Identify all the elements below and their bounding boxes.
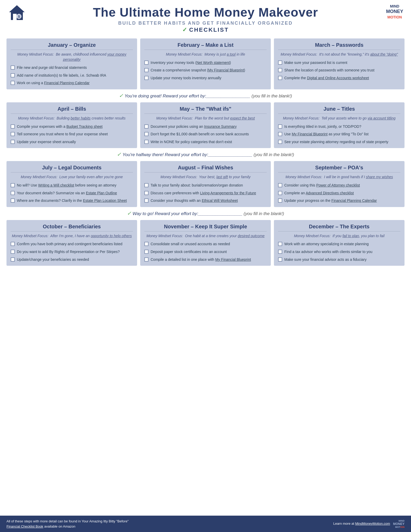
list-item: Consolidate small or unused accounts as … — [144, 242, 267, 247]
checkbox[interactable] — [278, 76, 282, 80]
month-row-3: July – Legal Documents Money Mindset Foc… — [6, 161, 405, 207]
january-items: File new and purge old financial stateme… — [11, 65, 133, 86]
october-mindset: Money Mindset Focus: After I'm gone, I h… — [11, 234, 133, 239]
checkbox[interactable] — [144, 191, 149, 195]
checkbox[interactable] — [11, 242, 15, 246]
august-title: August – Final Wishes — [144, 165, 267, 172]
september-mindset: Money Mindset Focus: I will be in good h… — [278, 175, 400, 180]
checkbox[interactable] — [144, 250, 149, 254]
july-mindset: Money Mindset Focus: Love your family ev… — [11, 175, 133, 180]
checkbox[interactable] — [11, 191, 15, 195]
checkbox[interactable] — [144, 183, 149, 187]
checkbox[interactable] — [278, 250, 282, 254]
checkbox[interactable] — [278, 242, 282, 246]
checkbox[interactable] — [144, 198, 149, 203]
check-icon: ✓ — [182, 26, 188, 33]
checkbox[interactable] — [11, 183, 15, 187]
september-card: September – POA's Money Mindset Focus: I… — [274, 161, 405, 207]
checkbox[interactable] — [278, 140, 282, 144]
april-mindset: Money Mindset Focus: Building better hab… — [11, 116, 133, 121]
list-item: Update your expense sheet annually — [11, 139, 133, 145]
october-items: Confirm you have both primary and contin… — [11, 242, 133, 262]
list-item: Is everything titled in trust, jointly, … — [278, 124, 400, 129]
checkbox[interactable] — [144, 124, 149, 129]
february-mindset: Money Mindset Focus: Money is just a too… — [144, 52, 267, 57]
checkbox[interactable] — [11, 124, 15, 129]
checkbox[interactable] — [11, 132, 15, 136]
list-item: Share the location of passwords with som… — [278, 68, 400, 73]
checkbox[interactable] — [144, 257, 149, 262]
list-item: Add name of institution(s) to file label… — [11, 73, 133, 78]
checkbox[interactable] — [11, 140, 15, 144]
march-items: Make sure your password list is current … — [278, 60, 400, 81]
june-card: June – Titles Money Mindset Focus: Tell … — [274, 102, 405, 148]
may-card: May – The "What ifs" Money Mindset Focus… — [140, 102, 271, 148]
svg-text:$: $ — [18, 15, 20, 18]
list-item: Create a comprehensive snapshot (My Fina… — [144, 68, 267, 73]
logo-mind: MIND — [386, 4, 403, 9]
checkbox[interactable] — [144, 68, 149, 72]
june-items: Is everything titled in trust, jointly, … — [278, 124, 400, 145]
list-item: File new and purge old financial stateme… — [11, 65, 133, 70]
main-content: January – Organize Money Mindset Focus: … — [0, 36, 411, 516]
checkbox[interactable] — [144, 61, 149, 65]
checkbox[interactable] — [11, 257, 15, 262]
checkbox[interactable] — [278, 191, 282, 195]
list-item: Use My Financial Blueprint as your titli… — [278, 132, 400, 137]
footer: All of these steps with more detail can … — [0, 516, 411, 532]
list-item: Discuss care preferences with Living Arr… — [144, 191, 267, 196]
checkbox[interactable] — [11, 198, 15, 203]
list-item: Tell someone you trust where to find you… — [11, 132, 133, 137]
list-item: No will? Use Writing a Will checklist be… — [11, 183, 133, 188]
checkbox[interactable] — [144, 242, 149, 246]
checkbox[interactable] — [11, 81, 15, 85]
list-item: Update your money tools inventory annual… — [144, 76, 267, 81]
footer-left: All of these steps with more detail can … — [6, 519, 136, 529]
december-title: December – The Experts — [278, 224, 400, 231]
checkbox[interactable] — [278, 198, 282, 203]
checkbox[interactable] — [278, 257, 282, 262]
list-item: Compile your expenses with a Budget Trac… — [11, 124, 133, 129]
march-mindset: Money Mindset Focus: It's not about the … — [278, 52, 400, 57]
checkbox[interactable] — [278, 132, 282, 136]
list-item: Work on using a Financial Planning Calen… — [11, 81, 133, 86]
list-item: Talk to your family about: burial/cremat… — [144, 183, 267, 188]
house-icon: $ — [8, 4, 26, 22]
checkbox[interactable] — [11, 65, 15, 70]
december-items: Work with an attorney specializing in es… — [278, 242, 400, 262]
january-mindset: Money Mindset Focus: Be aware, childhood… — [11, 52, 133, 62]
august-items: Talk to your family about: burial/cremat… — [144, 183, 267, 203]
list-item: See your estate planning attorney regard… — [278, 139, 400, 145]
checkbox[interactable] — [278, 61, 282, 65]
list-item: Inventory your money tools (Net Worth st… — [144, 60, 267, 65]
checkbox[interactable] — [144, 76, 149, 80]
checkbox[interactable] — [144, 140, 149, 144]
june-title: June – Titles — [278, 106, 400, 114]
list-item: Confirm you have both primary and contin… — [11, 242, 133, 247]
list-item: Write in NONE for policy categories that… — [144, 139, 267, 145]
checkbox[interactable] — [278, 183, 282, 187]
checkbox[interactable] — [11, 250, 15, 254]
reward-check-icon: ✓ — [127, 210, 131, 216]
list-item: Make sure your financial advisor acts as… — [278, 257, 400, 262]
checkbox[interactable] — [11, 73, 15, 77]
checkbox[interactable] — [144, 132, 149, 136]
reward-row-3: ✓ Way to go! Reward your effort by:_____… — [6, 209, 405, 217]
brand-logo: MIND MONEY MOTION — [386, 4, 403, 19]
footer-logo: MIND MONEY MOTION — [393, 520, 405, 528]
list-item: Document your policies using an Insuranc… — [144, 124, 267, 129]
april-card: April – Bills Money Mindset Focus: Build… — [6, 102, 137, 148]
footer-right: Learn more at MindMoneyMotion.com MIND M… — [333, 520, 405, 528]
february-items: Inventory your money tools (Net Worth st… — [144, 60, 267, 81]
december-mindset: Money Mindset Focus: If you fail to plan… — [278, 234, 400, 239]
january-title: January – Organize — [11, 42, 133, 50]
month-row-4: October – Beneficiaries Money Mindset Fo… — [6, 220, 405, 266]
october-card: October – Beneficiaries Money Mindset Fo… — [6, 220, 137, 266]
checkbox[interactable] — [278, 68, 282, 72]
november-card: November – Keep It Super Simple Money Mi… — [140, 220, 271, 266]
november-items: Consolidate small or unused accounts as … — [144, 242, 267, 262]
checkbox[interactable] — [278, 124, 282, 129]
february-title: February – Make a List — [144, 42, 267, 50]
may-items: Document your policies using an Insuranc… — [144, 124, 267, 145]
june-mindset: Money Mindset Focus: Tell your assets wh… — [278, 116, 400, 121]
